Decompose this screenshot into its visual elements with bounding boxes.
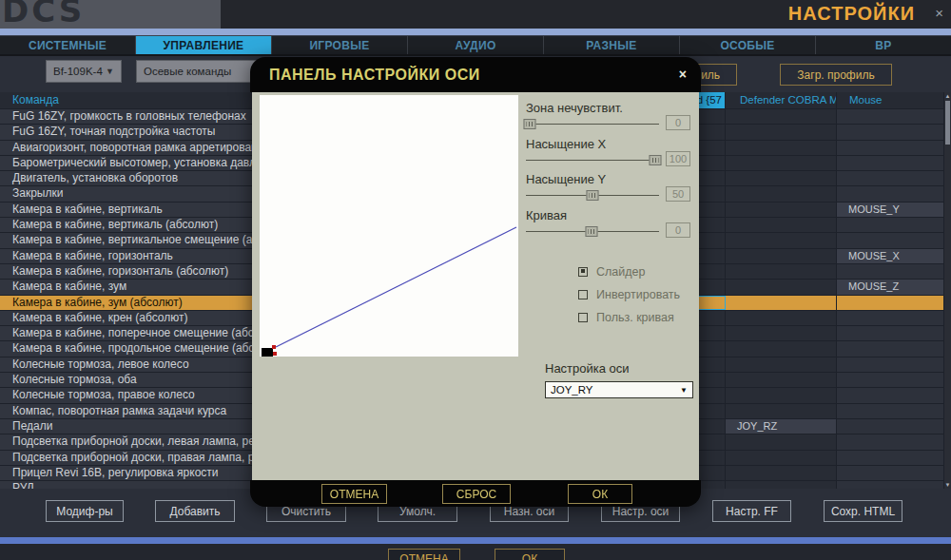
slider-handle[interactable] xyxy=(585,226,597,237)
device2-cell[interactable] xyxy=(726,404,837,418)
device2-cell[interactable] xyxy=(726,466,837,480)
device3-cell[interactable] xyxy=(837,125,944,139)
device2-cell[interactable] xyxy=(726,451,837,465)
slider-track[interactable] xyxy=(526,190,659,201)
column-header-device2[interactable]: Defender COBRA M5 U xyxy=(726,92,837,108)
curve-origin-marker[interactable] xyxy=(262,348,273,357)
device3-cell[interactable] xyxy=(837,357,944,372)
slider-value-field[interactable]: 0 xyxy=(666,222,690,238)
axis-tune-panel: ПАНЕЛЬ НАСТРОЙКИ ОСИ × Зона нечувствит. xyxy=(250,57,701,507)
modal-button[interactable]: ОК xyxy=(568,484,632,504)
curve-handle-dot[interactable] xyxy=(273,352,277,356)
aircraft-select[interactable]: Bf-109K-4 ▼ xyxy=(46,60,122,83)
device3-cell[interactable] xyxy=(837,264,944,279)
footer-button[interactable]: Сохр. HTML xyxy=(824,500,902,522)
tab[interactable]: ИГРОВЫЕ xyxy=(272,36,408,54)
column-header-device3[interactable]: Mouse xyxy=(837,92,944,108)
device3-cell[interactable]: MOUSE_Z xyxy=(837,280,944,294)
tab[interactable]: ВР xyxy=(816,36,951,54)
checkbox-icon[interactable] xyxy=(578,290,588,299)
modal-button[interactable]: ОТМЕНА xyxy=(321,484,387,504)
device2-cell[interactable] xyxy=(726,264,837,279)
device2-cell[interactable] xyxy=(726,357,837,372)
device3-cell[interactable] xyxy=(837,404,944,418)
device3-cell[interactable] xyxy=(837,109,944,124)
slider-label: Зона нечувствит. xyxy=(526,101,623,115)
load-profile-button[interactable]: Загр. профиль xyxy=(780,64,892,86)
device3-cell[interactable] xyxy=(837,373,944,387)
device3-cell[interactable]: MOUSE_X xyxy=(837,249,944,263)
device2-cell[interactable] xyxy=(726,326,837,340)
checkbox-row[interactable]: Польз. кривая xyxy=(578,312,680,322)
device3-cell[interactable] xyxy=(837,451,944,465)
scrollbar-up-icon[interactable]: ▲ xyxy=(944,93,951,99)
device2-cell[interactable] xyxy=(726,311,837,325)
slider-track[interactable] xyxy=(526,155,659,165)
device2-cell[interactable] xyxy=(726,434,837,449)
footer-button[interactable]: Модиф-ры xyxy=(46,500,124,522)
device2-cell[interactable] xyxy=(726,141,837,155)
checkbox-row[interactable]: Инвертировать xyxy=(578,289,680,299)
device3-cell[interactable] xyxy=(837,419,944,434)
device2-cell[interactable] xyxy=(726,171,837,185)
slider-track[interactable] xyxy=(526,226,659,237)
device2-cell[interactable] xyxy=(726,186,837,201)
device3-cell[interactable] xyxy=(837,233,944,247)
ok-button[interactable]: ОК xyxy=(495,549,565,560)
footer-button[interactable]: Добавить xyxy=(155,500,235,522)
curve-handle-dot[interactable] xyxy=(272,345,276,349)
device3-cell[interactable] xyxy=(837,311,944,325)
scrollbar-thumb[interactable] xyxy=(945,101,950,145)
modal-button[interactable]: СБРОС xyxy=(442,484,511,504)
device3-cell[interactable] xyxy=(837,434,944,449)
footer-button[interactable]: Настр. FF xyxy=(712,500,791,522)
device3-cell[interactable] xyxy=(837,296,944,310)
device2-cell[interactable] xyxy=(726,280,837,294)
device3-cell[interactable] xyxy=(837,171,944,185)
modal-close-icon[interactable]: × xyxy=(679,67,687,82)
cancel-button[interactable]: ОТМЕНА xyxy=(388,549,460,560)
slider-handle[interactable] xyxy=(649,155,661,165)
device2-cell[interactable] xyxy=(726,218,837,232)
device2-cell[interactable] xyxy=(726,125,837,139)
slider-value-field[interactable]: 50 xyxy=(666,186,690,202)
device3-cell[interactable] xyxy=(837,466,944,480)
device3-cell[interactable] xyxy=(837,141,944,155)
checkbox-row[interactable]: Слайдер xyxy=(578,266,680,277)
slider-value-field[interactable]: 100 xyxy=(666,151,690,166)
device2-cell[interactable] xyxy=(726,233,837,247)
device3-cell[interactable] xyxy=(837,481,944,489)
device3-cell[interactable] xyxy=(837,186,944,201)
tab[interactable]: РАЗНЫЕ xyxy=(544,36,680,54)
table-scrollbar[interactable]: ▲ ▼ xyxy=(943,92,951,489)
device2-cell[interactable]: JOY_RZ xyxy=(726,419,837,434)
axis-select[interactable]: JOY_RY ▼ xyxy=(545,381,693,398)
scrollbar-down-icon[interactable]: ▼ xyxy=(944,482,951,488)
tab[interactable]: СИСТЕМНЫЕ xyxy=(0,36,136,54)
device2-cell[interactable] xyxy=(726,203,837,217)
slider-handle[interactable] xyxy=(524,119,536,129)
device3-cell[interactable]: MOUSE_Y xyxy=(837,203,944,217)
tab[interactable]: ОСОБЫЕ xyxy=(680,36,816,54)
device2-cell[interactable] xyxy=(726,341,837,356)
slider-track[interactable] xyxy=(526,119,659,129)
device2-cell[interactable] xyxy=(726,249,837,263)
device2-cell[interactable] xyxy=(726,109,837,124)
device2-cell[interactable] xyxy=(726,373,837,387)
device2-cell[interactable] xyxy=(726,481,837,489)
device2-cell[interactable] xyxy=(726,156,837,170)
tab[interactable]: УПРАВЛЕНИЕ xyxy=(136,36,272,54)
checkbox-icon[interactable] xyxy=(578,313,588,322)
slider-handle[interactable] xyxy=(587,190,599,201)
device3-cell[interactable] xyxy=(837,341,944,356)
checkbox-icon[interactable] xyxy=(578,267,588,277)
device2-cell[interactable] xyxy=(726,388,837,402)
tab[interactable]: АУДИО xyxy=(408,36,544,54)
window-close-icon[interactable]: × xyxy=(935,6,943,20)
device3-cell[interactable] xyxy=(837,388,944,402)
slider-value-field[interactable]: 0 xyxy=(666,115,690,130)
device3-cell[interactable] xyxy=(837,218,944,232)
device3-cell[interactable] xyxy=(837,156,944,170)
device3-cell[interactable] xyxy=(837,326,944,340)
device2-cell[interactable] xyxy=(726,296,837,310)
